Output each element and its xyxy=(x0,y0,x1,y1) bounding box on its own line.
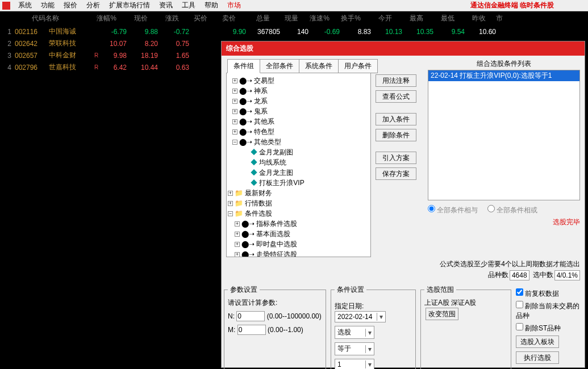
radio-or[interactable]: 全部条件相或 xyxy=(487,206,537,214)
menu-help[interactable]: 帮助 xyxy=(200,0,223,11)
sel-op[interactable]: 等于▾ xyxy=(335,342,374,355)
chk-st[interactable]: 剔除ST品种 xyxy=(516,323,580,333)
status-done: 选股完毕 xyxy=(428,217,580,227)
menu-analysis[interactable]: 分析 xyxy=(82,0,105,11)
menu-bar: 系统 功能 报价 分析 扩展市场行情 资讯 工具 帮助 市场 通达信金融终端 临… xyxy=(0,0,588,11)
hdr-ask[interactable]: 卖价 xyxy=(207,14,236,23)
tab-user[interactable]: 用户条件 xyxy=(338,59,378,73)
hdr-cur[interactable]: 现量 xyxy=(270,14,298,23)
hdr-chg[interactable]: 涨跌 xyxy=(148,14,179,23)
chevron-down-icon: ▾ xyxy=(377,313,383,321)
sel-val[interactable]: 1▾ xyxy=(335,359,374,369)
n-range: (0.00--100000.00) xyxy=(267,312,322,320)
dialog-title: 综合选股 xyxy=(222,41,585,56)
hdr-open[interactable]: 今开 xyxy=(361,14,392,23)
date-picker[interactable]: 2022-02-14▾ xyxy=(335,311,386,322)
hdr-code[interactable]: 代码 xyxy=(11,14,45,23)
btn-view-formula[interactable]: 查看公式 xyxy=(376,90,416,103)
btn-execute[interactable]: 执行选股 xyxy=(516,351,559,364)
btn-to-block[interactable]: 选股入板块 xyxy=(516,336,559,348)
chk-nontrade[interactable]: 剔除当前未交易的品种 xyxy=(516,301,580,321)
btn-import-plan[interactable]: 引入方案 xyxy=(376,152,416,164)
count-hit-label: 选中数 xyxy=(533,270,553,280)
hdr-pc[interactable]: 昨收 xyxy=(454,14,486,23)
formula-note: 公式类选股至少需要4个以上周期数据才能选出 xyxy=(222,259,580,269)
btn-add-cond[interactable]: 加入条件 xyxy=(376,113,416,125)
table-headers: 代码 名称 涨幅% 现价 涨跌 买价 卖价 总量 现量 涨速% 换手% 今开 最… xyxy=(0,11,588,26)
sel-field[interactable]: 选股▾ xyxy=(335,326,374,339)
btn-del-cond[interactable]: 删除条件 xyxy=(376,129,416,141)
m-label: M: xyxy=(228,326,235,334)
condition-tree[interactable]: +⬤➝ 交易型+⬤➝ 神系+⬤➝ 龙系+⬤➝ 鬼系+⬤➝ 其他系+⬤➝ 特色型−… xyxy=(226,73,371,257)
menu-extmarket[interactable]: 扩展市场行情 xyxy=(105,0,155,11)
hdr-px[interactable]: 现价 xyxy=(116,14,148,23)
count-kinds-label: 品种数 xyxy=(488,270,508,280)
cond-list[interactable]: 22-02-14 打板主升浪VIP(0,0):选股等于1 xyxy=(428,70,580,200)
date-label: 指定日期: xyxy=(335,302,364,310)
scope-fieldset: 选股范围 上证A股 深证A股 改变范围 xyxy=(420,285,511,369)
hdr-hi[interactable]: 最高 xyxy=(392,14,423,23)
btn-save-plan[interactable]: 保存方案 xyxy=(376,167,416,180)
m-range: (0.00--1.00) xyxy=(268,326,303,334)
app-title: 通达信金融终端 临时条件股 xyxy=(470,1,554,10)
count-hit: 4/0.1% xyxy=(554,270,580,280)
radio-and[interactable]: 全部条件相与 xyxy=(428,206,478,214)
menu-market[interactable]: 市场 xyxy=(223,0,245,11)
param-legend: 参数设置 xyxy=(228,285,260,295)
param-fieldset: 参数设置 请设置计算参数: N: (0.00--100000.00) M: (0… xyxy=(224,285,326,369)
menu-system[interactable]: 系统 xyxy=(14,0,36,11)
hdr-name[interactable]: 名称 xyxy=(45,14,85,23)
app-logo-icon xyxy=(2,2,10,10)
count-kinds: 4648 xyxy=(510,270,529,280)
hdr-lo[interactable]: 最低 xyxy=(423,14,454,23)
param-prompt: 请设置计算参数: xyxy=(228,298,322,308)
chk-fq[interactable]: 前复权数据 xyxy=(516,288,580,299)
table-row[interactable]: 1002116中国海诚-6.799.88-0.729.90367805140-0… xyxy=(0,26,588,37)
btn-change-scope[interactable]: 改变范围 xyxy=(426,308,458,320)
n-label: N: xyxy=(228,312,235,320)
menu-function[interactable]: 功能 xyxy=(36,0,59,11)
btn-usage[interactable]: 用法注释 xyxy=(376,74,416,87)
m-input[interactable] xyxy=(237,325,266,335)
n-input[interactable] xyxy=(236,311,265,321)
hdr-bid[interactable]: 买价 xyxy=(179,14,207,23)
condition-tabs: 条件组 全部条件 系统条件 用户条件 xyxy=(227,59,426,73)
cond-list-title: 组合选股条件列表 xyxy=(428,59,580,69)
menu-quote[interactable]: 报价 xyxy=(59,0,82,11)
menu-info[interactable]: 资讯 xyxy=(155,0,177,11)
stock-picker-dialog: 综合选股 条件组 全部条件 系统条件 用户条件 +⬤➝ 交易型+⬤➝ 神系+⬤➝… xyxy=(221,41,585,368)
cond-list-item[interactable]: 22-02-14 打板主升浪VIP(0,0):选股等于1 xyxy=(428,70,579,81)
tab-system[interactable]: 系统条件 xyxy=(299,59,339,73)
hdr-more[interactable]: 市 xyxy=(486,14,503,23)
hdr-pct[interactable]: 涨幅% xyxy=(85,14,116,23)
scope-text: 上证A股 深证A股 xyxy=(424,299,476,307)
hdr-vol[interactable]: 总量 xyxy=(236,14,270,23)
tab-all[interactable]: 全部条件 xyxy=(260,59,299,73)
hdr-turn[interactable]: 换手% xyxy=(330,14,361,23)
cond-legend: 条件设置 xyxy=(335,285,366,295)
scope-legend: 选股范围 xyxy=(424,285,456,295)
cond-fieldset: 条件设置 指定日期: 2022-02-14▾ 选股▾ 等于▾ 1▾ xyxy=(331,285,416,369)
hdr-spd[interactable]: 涨速% xyxy=(298,14,330,23)
menu-tool[interactable]: 工具 xyxy=(177,0,200,11)
tab-groups[interactable]: 条件组 xyxy=(227,59,260,73)
